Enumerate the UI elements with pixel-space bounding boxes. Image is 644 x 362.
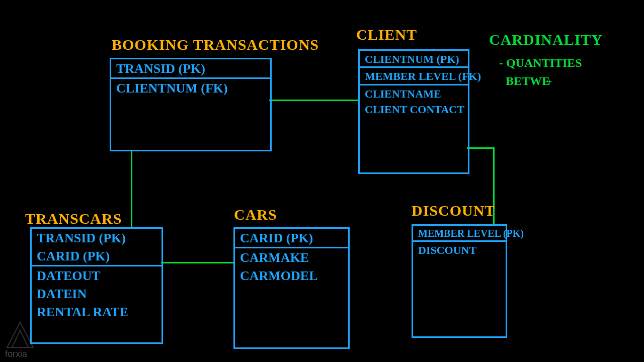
logo-triangle-icon xyxy=(5,321,35,349)
cardinality-note-1: - QUANTITIES xyxy=(499,56,582,70)
transcars-field: RENTAL RATE xyxy=(32,303,162,321)
cars-field: CARMODEL xyxy=(235,266,348,285)
booking-transactions-pk: TRANSID (PK) xyxy=(111,59,270,77)
rel-transcars-cars xyxy=(161,262,233,263)
discount-title: DISCOUNT xyxy=(412,202,495,219)
logo-text: forxia xyxy=(5,349,27,359)
booking-transactions-entity: TRANSID (PK) CLIENTNUM (FK) xyxy=(110,58,272,151)
client-title: CLIENT xyxy=(356,26,417,43)
discount-field: DISCOUNT xyxy=(413,242,506,257)
transcars-field: DATEOUT xyxy=(32,266,162,285)
client-entity: CLIENTNUM (PK) MEMBER LEVEL (FK) CLIENTN… xyxy=(358,49,469,174)
discount-entity: MEMBER LEVEL (PK) DISCOUNT xyxy=(412,224,507,338)
booking-transactions-field: CLIENTNUM (FK) xyxy=(111,79,270,97)
client-field: CLIENTNAME xyxy=(360,85,468,101)
discount-pk: MEMBER LEVEL (PK) xyxy=(413,226,506,240)
transcars-pk2: CARID (PK) xyxy=(32,247,162,265)
cars-entity: CARID (PK) CARMAKE CARMODEL xyxy=(233,227,350,349)
transcars-pk1: TRANSID (PK) xyxy=(32,229,162,247)
cardinality-heading: CARDINALITY xyxy=(489,31,603,48)
transcars-title: TRANSCARS xyxy=(25,210,122,227)
rel-booking-transcars xyxy=(131,150,132,227)
client-field: MEMBER LEVEL (FK) xyxy=(360,68,468,83)
transcars-entity: TRANSID (PK) CARID (PK) DATEOUT DATEIN R… xyxy=(30,227,163,344)
cars-pk: CARID (PK) xyxy=(235,229,348,247)
rel-client-discount-h xyxy=(467,147,493,149)
booking-transactions-title: BOOKING TRANSACTIONS xyxy=(112,36,319,53)
client-field: CLIENT CONTACT xyxy=(360,101,468,117)
transcars-field: DATEIN xyxy=(32,285,162,303)
client-pk: CLIENTNUM (PK) xyxy=(360,51,468,66)
cardinality-note-2: BETWE xyxy=(506,74,550,88)
svg-marker-0 xyxy=(7,322,33,347)
cars-title: CARS xyxy=(234,206,277,223)
rel-booking-client xyxy=(269,100,358,101)
cars-field: CARMAKE xyxy=(235,248,348,266)
text-cursor: + xyxy=(546,76,552,88)
forxia-logo: forxia xyxy=(5,321,35,359)
er-diagram-canvas: BOOKING TRANSACTIONS TRANSID (PK) CLIENT… xyxy=(0,0,644,362)
